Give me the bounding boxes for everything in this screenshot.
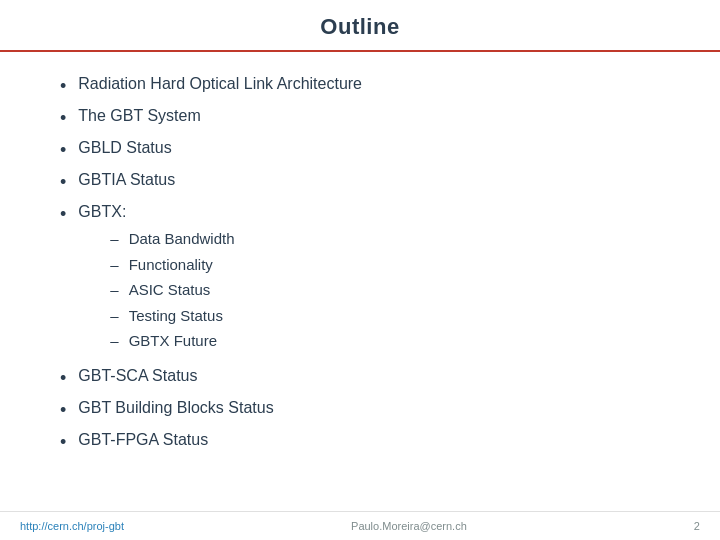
footer: http://cern.ch/proj-gbt Paulo.Moreira@ce…	[0, 511, 720, 540]
sub-item-text: ASIC Status	[129, 279, 211, 302]
sub-list-item: –Functionality	[110, 254, 234, 277]
bullet-icon: •	[60, 397, 66, 424]
main-item-text: Radiation Hard Optical Link Architecture	[78, 72, 362, 96]
main-list: •Radiation Hard Optical Link Architectur…	[60, 72, 660, 456]
main-item-text: GBT-FPGA Status	[78, 428, 208, 452]
slide: Outline •Radiation Hard Optical Link Arc…	[0, 0, 720, 540]
bullet-icon: •	[60, 105, 66, 132]
sub-list-item: –GBTX Future	[110, 330, 234, 353]
main-list-item: •GBT-SCA Status	[60, 364, 660, 392]
sub-list-item: –Data Bandwidth	[110, 228, 234, 251]
footer-page: 2	[694, 520, 700, 532]
bullet-icon: •	[60, 137, 66, 164]
slide-title: Outline	[320, 14, 399, 40]
sub-item-text: Functionality	[129, 254, 213, 277]
bullet-icon: •	[60, 73, 66, 100]
bullet-icon: •	[60, 201, 66, 228]
main-item-text: GBTX:	[78, 200, 234, 224]
bullet-icon: •	[60, 169, 66, 196]
main-list-item: •The GBT System	[60, 104, 660, 132]
sub-list-item: –ASIC Status	[110, 279, 234, 302]
main-item-text: GBT-SCA Status	[78, 364, 197, 388]
content-area: •Radiation Hard Optical Link Architectur…	[0, 52, 720, 511]
sub-list-item: –Testing Status	[110, 305, 234, 328]
main-item-text: GBT Building Blocks Status	[78, 396, 273, 420]
main-list-item: •GBTIA Status	[60, 168, 660, 196]
main-list-item: •GBT-FPGA Status	[60, 428, 660, 456]
main-list-item: •GBTX:–Data Bandwidth–Functionality–ASIC…	[60, 200, 660, 360]
dash-icon: –	[110, 254, 118, 277]
footer-url: http://cern.ch/proj-gbt	[20, 520, 124, 532]
sub-item-text: Data Bandwidth	[129, 228, 235, 251]
sub-item-text: Testing Status	[129, 305, 223, 328]
bullet-icon: •	[60, 365, 66, 392]
title-bar: Outline	[0, 0, 720, 52]
main-list-item: •Radiation Hard Optical Link Architectur…	[60, 72, 660, 100]
main-item-text: GBTIA Status	[78, 168, 175, 192]
dash-icon: –	[110, 330, 118, 353]
bullet-icon: •	[60, 429, 66, 456]
main-item-text: The GBT System	[78, 104, 200, 128]
dash-icon: –	[110, 228, 118, 251]
dash-icon: –	[110, 305, 118, 328]
sub-item-text: GBTX Future	[129, 330, 217, 353]
dash-icon: –	[110, 279, 118, 302]
main-list-item: •GBLD Status	[60, 136, 660, 164]
sub-list: –Data Bandwidth–Functionality–ASIC Statu…	[110, 228, 234, 356]
main-item-text: GBLD Status	[78, 136, 171, 160]
footer-email: Paulo.Moreira@cern.ch	[351, 520, 467, 532]
main-list-item: •GBT Building Blocks Status	[60, 396, 660, 424]
